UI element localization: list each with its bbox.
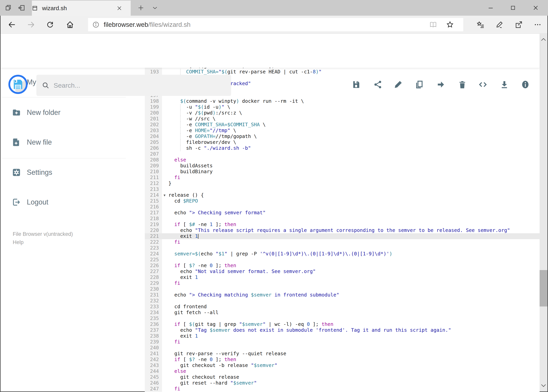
code-line[interactable]: 211 fi (145, 175, 540, 181)
code-line[interactable]: 247 fi (145, 386, 540, 392)
indent-guide (180, 128, 180, 133)
code-line[interactable]: 236 if [ $(git tag | grep "$semver" | wc… (145, 321, 540, 327)
tabs-menu-button[interactable] (149, 0, 161, 16)
scrollbar-thumb[interactable] (540, 270, 548, 307)
save-button[interactable] (352, 80, 361, 89)
code-line[interactable]: 204 -e GOPATH=//tmp/gopath \ (145, 133, 540, 139)
code-text: if [ $? -ne 0 ]; then (168, 263, 236, 268)
filebrowser-logo[interactable] (8, 75, 28, 94)
code-line[interactable]: 210 buildBinary (145, 169, 540, 175)
code-line[interactable]: 235 (145, 315, 540, 321)
code-line[interactable]: 239 fi (145, 339, 540, 345)
code-line[interactable]: 226 if [ $? -ne 0 ]; then (145, 263, 540, 268)
code-line[interactable]: 246 git reset --hard "$semver" (145, 380, 540, 386)
code-button[interactable] (478, 80, 487, 89)
code-line[interactable]: 208 else (145, 157, 540, 163)
code-line[interactable]: 228 exit 1 (145, 274, 540, 280)
refresh-icon[interactable] (46, 21, 54, 28)
copy-button[interactable] (415, 80, 424, 89)
code-line[interactable]: 214▾release () { (145, 192, 540, 198)
code-line[interactable]: 234 git fetch --all (145, 310, 540, 315)
browser-tab[interactable]: wizard.sh (32, 0, 131, 16)
back-icon[interactable] (8, 21, 16, 28)
code-text: git checkout -b release "$semver" (168, 363, 277, 368)
code-line[interactable]: 209 buildAssets (145, 163, 540, 169)
maximize-button[interactable] (503, 0, 523, 16)
search-input[interactable]: Search... (36, 75, 231, 96)
code-line[interactable]: 200 -v /$(pwd):/src:z \ (145, 110, 540, 116)
home-icon[interactable] (66, 21, 74, 28)
fold-arrow-icon[interactable]: ▾ (162, 192, 167, 198)
code-line[interactable]: 215 cd $REPO (145, 198, 540, 204)
page-scrollbar[interactable] (540, 34, 548, 392)
code-line[interactable]: 224 semver=$(echo "$1" | grep -P '^v(0|[… (145, 251, 540, 257)
code-line[interactable]: 230 (145, 286, 540, 292)
favorite-icon[interactable] (446, 21, 454, 28)
code-line[interactable]: 238 exit 1 (145, 333, 540, 339)
delete-button[interactable] (458, 80, 467, 89)
code-line[interactable]: 241 git rev-parse --verify --quiet relea… (145, 351, 540, 357)
hub-icon[interactable] (477, 21, 484, 28)
code-line[interactable]: 240 (145, 345, 540, 351)
line-number: 200 (145, 110, 162, 116)
share-page-icon[interactable] (515, 21, 523, 28)
tab-preview-button[interactable] (3, 0, 14, 16)
code-line[interactable]: 201 -w //src \ (145, 116, 540, 122)
move-button[interactable] (436, 80, 445, 89)
code-line[interactable]: 244 else (145, 368, 540, 374)
code-line[interactable]: 199 -u "$(id -u)" \ (145, 104, 540, 110)
code-line[interactable]: 206 sh -c "./wizard.sh -b" (145, 145, 540, 151)
code-line[interactable]: 218 (145, 216, 540, 222)
code-line[interactable]: 216 (145, 204, 540, 210)
code-line[interactable]: 245 git checkout release (145, 374, 540, 380)
code-line[interactable]: 217 echo "> Checking semver format" (145, 210, 540, 216)
code-line[interactable]: 229 fi (145, 280, 540, 286)
close-window-button[interactable] (526, 0, 545, 16)
code-line[interactable]: 213 (145, 186, 540, 192)
code-line[interactable]: 233 cd frontend (145, 304, 540, 310)
help-link[interactable]: Help (13, 239, 24, 245)
edit-button[interactable] (394, 80, 403, 89)
set-aside-tabs-button[interactable] (16, 0, 27, 16)
forward-icon[interactable] (27, 21, 35, 28)
sidebar-item-new-file[interactable]: New file (0, 133, 145, 151)
scroll-up-icon[interactable] (540, 36, 547, 43)
url-field[interactable]: filebrowser.web/files/wizard.sh (88, 18, 463, 31)
code-line[interactable]: 223 (145, 245, 540, 251)
code-line[interactable]: 225 (145, 257, 540, 263)
site-info-icon[interactable] (92, 21, 99, 28)
share-button[interactable] (373, 80, 382, 89)
download-button[interactable] (500, 80, 509, 89)
minimize-button[interactable] (481, 0, 500, 16)
close-tab-icon[interactable] (117, 6, 122, 11)
code-line[interactable]: 219 if [ $# -ne 1 ]; then (145, 222, 540, 227)
code-line[interactable]: 212} (145, 181, 540, 186)
code-line[interactable]: 237 echo "Tag $semver does not exist in … (145, 327, 540, 333)
code-line[interactable]: 193 COMMIT_SHA="$(git rev-parse HEAD | c… (145, 69, 540, 75)
code-line[interactable]: 232 (145, 298, 540, 304)
code-line[interactable]: 203 -e HOME="//tmp" \ (145, 128, 540, 133)
reading-view-icon[interactable] (430, 21, 437, 28)
scroll-down-icon[interactable] (540, 382, 547, 389)
code-line[interactable]: 220 echo "This release script requires a… (145, 227, 540, 233)
url-text: filebrowser.web/files/wizard.sh (104, 21, 191, 28)
new-tab-button[interactable] (135, 0, 147, 16)
code-text: echo "> Checking matching $semver in fro… (168, 292, 339, 298)
code-line[interactable]: 222 fi (145, 239, 540, 245)
info-button[interactable] (521, 80, 530, 89)
annotate-icon[interactable] (496, 21, 504, 28)
code-line[interactable]: 202 -e COMMIT_SHA=$COMMIT_SHA \ (145, 122, 540, 128)
code-line[interactable]: 242 if [ $? -ne 0 ]; then (145, 357, 540, 363)
code-editor[interactable]: 192 if [ "$(git status -s)" != "" ]; the… (145, 68, 540, 392)
sidebar-item-logout[interactable]: Logout (0, 193, 145, 211)
sidebar-item-settings[interactable]: Settings (0, 164, 145, 181)
code-line[interactable]: 198 $(command -v winpty) docker run --rm… (145, 98, 540, 104)
code-line[interactable]: 243 git checkout -b release "$semver" (145, 363, 540, 368)
code-line[interactable]: 231 echo "> Checking matching $semver in… (145, 292, 540, 298)
code-line[interactable]: 205 filebrowser/dev \ (145, 139, 540, 145)
code-line[interactable]: 227 echo "Not valid semver format. See s… (145, 268, 540, 274)
more-icon[interactable] (534, 21, 541, 28)
code-line[interactable]: 221 exit 1 (145, 233, 540, 239)
code-line[interactable]: 207 (145, 151, 540, 157)
sidebar-item-new-folder[interactable]: New folder (0, 104, 145, 121)
